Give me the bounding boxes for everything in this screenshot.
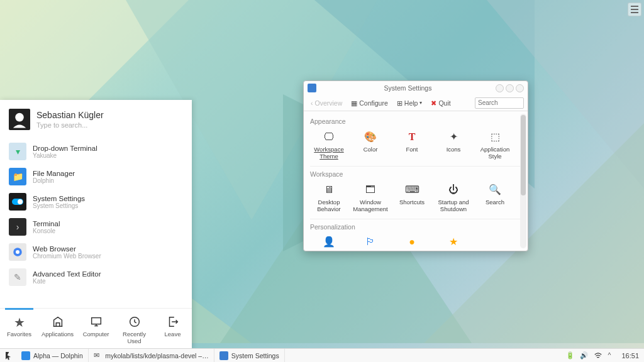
search-input[interactable]: Type to search...	[36, 121, 104, 129]
quit-icon: ✖	[431, 99, 436, 107]
kickoff-launcher: Sebastian Kügler Type to search... ▾ Dro…	[0, 100, 192, 349]
overview-back-button[interactable]: ‹Overview	[308, 98, 345, 108]
window-titlebar[interactable]: System Settings	[304, 81, 528, 95]
kickoff-button[interactable]	[0, 349, 16, 363]
tab-computer[interactable]: Computer	[77, 309, 115, 349]
clock[interactable]: 16:51	[621, 352, 639, 359]
clock-icon	[128, 315, 142, 329]
window-maximize-button[interactable]	[506, 84, 514, 92]
configure-icon: ▦	[351, 99, 357, 107]
window-mgmt-icon: 🗔	[363, 182, 378, 197]
volume-icon[interactable]: 🔊	[580, 351, 589, 360]
system-tray: 🔋 🔊 ^ 16:51	[561, 351, 644, 360]
kickoff-tabs: ★ Favorites Applications Computer Recent…	[0, 308, 192, 349]
favorite-kate[interactable]: ✎ Advanced Text EditorKate	[0, 265, 192, 290]
item-workspace-theme[interactable]: 🖵Workspace Theme	[310, 128, 348, 162]
favorite-dolphin[interactable]: 📁 File ManagerDolphin	[0, 164, 192, 189]
svg-point-1	[16, 250, 19, 254]
item-icons[interactable]: ✦Icons	[435, 128, 472, 162]
tab-leave[interactable]: Leave	[153, 309, 192, 349]
applications-star-icon: ★	[446, 235, 461, 250]
icons-icon: ✦	[446, 129, 461, 145]
favorite-konsole[interactable]: › TerminalKonsole	[0, 214, 192, 239]
terminal-icon: ›	[9, 218, 26, 236]
tab-recently-used[interactable]: Recently Used	[115, 309, 153, 349]
browser-icon	[9, 243, 26, 261]
tab-favorites[interactable]: ★ Favorites	[0, 309, 38, 349]
task-dolphin[interactable]: Alpha — Dolphin	[16, 349, 89, 362]
folder-icon	[21, 351, 30, 360]
quit-button[interactable]: ✖Quit	[428, 98, 453, 108]
tab-applications[interactable]: Applications	[38, 309, 77, 349]
app-style-icon: ⬚	[487, 129, 502, 145]
item-search[interactable]: 🔍Search	[476, 180, 514, 215]
search-icon: 🔍	[487, 182, 502, 197]
leave-icon	[166, 315, 180, 329]
section-personalization-label: Personalization	[310, 223, 521, 231]
desktop-icon: 🖥	[321, 182, 336, 197]
section-appearance-label: Appearance	[310, 118, 521, 125]
star-icon: ★	[13, 315, 26, 329]
account-icon: 👤	[321, 235, 336, 250]
folder-icon: 📁	[9, 168, 26, 185]
item-app-style[interactable]: ⬚Application Style	[476, 128, 514, 162]
task-kmail[interactable]: ✉ mykolab/lists/kde/plasma-devel – KM	[89, 349, 214, 362]
chevron-left-icon: ‹	[311, 99, 313, 107]
favorites-list: ▾ Drop-down TerminalYakuake 📁 File Manag…	[0, 134, 192, 308]
text-editor-icon: ✎	[9, 268, 26, 286]
mail-icon: ✉	[94, 351, 102, 360]
chevron-down-icon: ▾	[419, 100, 422, 106]
window-close-button[interactable]	[516, 84, 524, 92]
task-systemsettings[interactable]: System Settings	[214, 349, 285, 362]
svg-rect-2	[91, 318, 101, 324]
shortcuts-icon: ⌨	[404, 182, 419, 197]
user-avatar[interactable]	[9, 109, 30, 130]
scrollbar[interactable]	[520, 114, 526, 248]
help-icon: ⊞	[397, 99, 402, 107]
window-app-icon	[308, 84, 316, 92]
desktop-toolbox-button[interactable]	[628, 3, 641, 16]
taskbar: Alpha — Dolphin ✉ mykolab/lists/kde/plas…	[0, 348, 644, 362]
configure-button[interactable]: ▦Configure	[348, 98, 391, 108]
notification-icon: ●	[404, 235, 419, 250]
computer-icon	[89, 315, 103, 329]
item-applications[interactable]: ★Applications	[435, 233, 472, 251]
toggle-icon	[9, 193, 26, 211]
item-window-management[interactable]: 🗔Window Management	[352, 180, 389, 215]
font-icon: T	[404, 129, 419, 145]
favorite-chromium[interactable]: Web BrowserChromium Web Browser	[0, 239, 192, 265]
user-name: Sebastian Kügler	[36, 110, 104, 120]
settings-icon	[219, 351, 228, 360]
item-startup-shutdown[interactable]: ⏻Startup and Shutdown	[435, 180, 472, 215]
window-toolbar: ‹Overview ▦Configure ⊞Help▾ ✖Quit	[304, 95, 528, 111]
item-notification[interactable]: ●Notification	[393, 233, 431, 251]
applications-icon	[51, 315, 65, 329]
window-title: System Settings	[320, 84, 496, 92]
battery-icon[interactable]: 🔋	[566, 351, 575, 360]
item-color[interactable]: 🎨Color	[352, 128, 389, 162]
tray-expand-icon[interactable]: ^	[608, 351, 616, 360]
item-account-details[interactable]: 👤Account Details	[310, 233, 348, 251]
item-regional-settings[interactable]: 🏳Regional Settings	[352, 233, 389, 251]
search-field[interactable]	[475, 97, 524, 109]
item-desktop-behavior[interactable]: 🖥Desktop Behavior	[310, 180, 348, 215]
section-workspace-label: Workspace	[310, 170, 521, 178]
theme-icon: 🖵	[321, 129, 336, 145]
color-icon: 🎨	[363, 129, 378, 145]
item-shortcuts[interactable]: ⌨Shortcuts	[393, 180, 431, 215]
item-font[interactable]: TFont	[393, 128, 431, 162]
network-wifi-icon[interactable]	[594, 351, 602, 360]
terminal-dropdown-icon: ▾	[9, 143, 26, 160]
startup-icon: ⏻	[446, 182, 461, 197]
regional-icon: 🏳	[363, 235, 378, 250]
favorite-yakuake[interactable]: ▾ Drop-down TerminalYakuake	[0, 139, 192, 164]
help-button[interactable]: ⊞Help▾	[394, 98, 426, 108]
favorite-systemsettings[interactable]: System SettingsSystem Settings	[0, 189, 192, 214]
system-settings-window: System Settings ‹Overview ▦Configure ⊞He…	[303, 80, 528, 251]
window-minimize-button[interactable]	[496, 84, 504, 92]
kde-logo-icon	[3, 351, 13, 361]
